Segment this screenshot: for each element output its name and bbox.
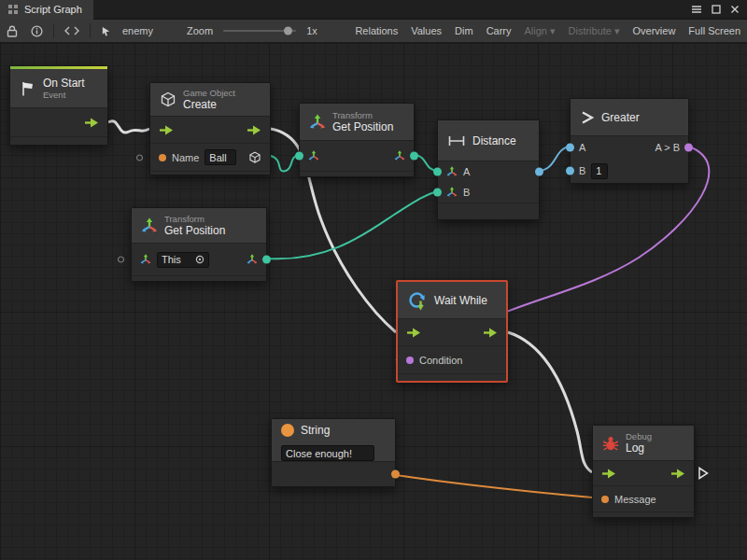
window-title: Script Graph [24, 4, 82, 15]
node-title: Distance [472, 134, 516, 147]
toolbar-separator [90, 23, 91, 38]
flow-out-port[interactable] [247, 125, 261, 135]
window-menu-icon[interactable] [691, 5, 702, 14]
flow-in-port[interactable] [601, 469, 616, 479]
string-out-port[interactable] [391, 470, 400, 479]
code-icon[interactable] [58, 20, 86, 42]
node-on-start[interactable]: On StartEvent [9, 65, 108, 146]
transform-axis-icon [247, 254, 258, 265]
wait-clock-icon [407, 290, 428, 311]
zoom-label: Zoom [182, 25, 218, 36]
graph-name[interactable]: enemy [118, 25, 158, 36]
play-cursor-icon [697, 467, 710, 483]
zoom-slider-knob[interactable] [284, 27, 292, 35]
node-title: Get Position [332, 120, 393, 133]
node-string[interactable]: String [271, 418, 396, 487]
distance-icon [447, 133, 466, 148]
graph-pointer-icon [94, 20, 118, 42]
transform-axis-icon [140, 254, 151, 265]
node-footer [300, 171, 414, 176]
node-subtitle: Event [43, 90, 85, 100]
overview-button[interactable]: Overview [627, 20, 683, 42]
flow-in-port[interactable] [159, 125, 174, 135]
node-create[interactable]: Game ObjectCreate Name [149, 82, 271, 175]
flow-out-port[interactable] [483, 328, 498, 338]
target-field[interactable]: This [157, 252, 209, 268]
bool-out-port[interactable] [684, 144, 693, 152]
vector-b-port[interactable] [433, 189, 442, 197]
node-title: Wait While [434, 294, 487, 307]
title-bar: Script Graph [0, 0, 747, 20]
info-icon[interactable] [24, 20, 49, 42]
hollow-port-circle[interactable] [118, 257, 124, 263]
relations-button[interactable]: Relations [348, 20, 404, 42]
values-button[interactable]: Values [404, 20, 448, 42]
node-footer [593, 511, 694, 517]
transform-in-port[interactable] [295, 152, 303, 161]
vector-out-port[interactable] [410, 152, 418, 161]
zoom-slider[interactable] [223, 30, 296, 32]
cube-icon [160, 91, 176, 108]
graph-toolbar: enemy Zoom 1x Relations Values Dim Carry… [0, 20, 747, 43]
node-title: On Start [43, 77, 85, 90]
condition-port[interactable] [406, 357, 414, 364]
node-title: Get Position [164, 224, 225, 237]
node-footer [398, 373, 506, 381]
node-title: String [301, 424, 330, 437]
port-label: A [463, 166, 470, 177]
node-get-position-left[interactable]: TransformGet Position This [131, 207, 267, 282]
a-in-port[interactable] [566, 144, 574, 152]
node-footer [132, 275, 266, 281]
gameobject-out-port[interactable] [248, 151, 261, 164]
name-value-field[interactable] [204, 149, 236, 165]
hollow-port-circle[interactable] [136, 154, 143, 161]
port-label: A [579, 142, 585, 153]
string-value-field[interactable] [281, 445, 374, 461]
transform-icon [309, 114, 326, 131]
vector-out-port[interactable] [262, 256, 271, 264]
flow-out-port[interactable] [670, 469, 685, 479]
node-greater[interactable]: Greater A A > B B [570, 98, 689, 184]
dropdown-caret-icon: ▾ [614, 25, 620, 37]
fullscreen-button[interactable]: Full Screen [682, 20, 747, 42]
transform-axis-icon [446, 166, 458, 177]
node-category: Transform [164, 214, 225, 224]
maximize-icon[interactable] [712, 5, 721, 14]
transform-icon [141, 217, 158, 234]
toolbar-separator [53, 23, 54, 38]
align-button[interactable]: Align▾ [518, 20, 562, 42]
lock-icon[interactable] [0, 20, 24, 42]
close-icon[interactable] [730, 5, 740, 14]
distribute-button[interactable]: Distribute▾ [562, 20, 627, 42]
vector-a-port[interactable] [433, 168, 442, 176]
node-distance[interactable]: Distance A B [437, 119, 540, 220]
message-port[interactable] [601, 496, 609, 503]
node-footer [150, 171, 270, 175]
node-footer [10, 136, 107, 145]
b-in-port[interactable] [566, 167, 574, 175]
string-port[interactable] [159, 154, 166, 161]
node-category: Game Object [183, 88, 235, 98]
dim-button[interactable]: Dim [448, 20, 480, 42]
node-title: Greater [601, 111, 640, 124]
carry-button[interactable]: Carry [480, 20, 518, 42]
transform-axis-icon [308, 150, 319, 161]
flow-out-port[interactable] [84, 118, 99, 128]
script-graph-tab[interactable]: Script Graph [0, 0, 93, 20]
node-wait-while[interactable]: Wait While Condition [396, 280, 508, 383]
node-category: Debug [626, 431, 652, 441]
node-category: Transform [332, 110, 393, 120]
b-value-field[interactable] [591, 163, 608, 179]
target-picker-icon[interactable] [195, 255, 204, 264]
flow-in-port[interactable] [406, 328, 421, 338]
node-get-position-top[interactable]: TransformGet Position [299, 103, 415, 177]
graph-tab-icon [7, 4, 19, 15]
start-flag-icon [20, 80, 36, 97]
port-label: Condition [419, 355, 462, 366]
port-label: B [579, 165, 585, 176]
node-debug-log[interactable]: DebugLog Message [592, 425, 695, 518]
port-label: Name [172, 152, 199, 163]
dropdown-caret-icon: ▾ [550, 25, 556, 37]
distance-out-port[interactable] [535, 168, 543, 176]
zoom-value: 1x [302, 25, 322, 36]
